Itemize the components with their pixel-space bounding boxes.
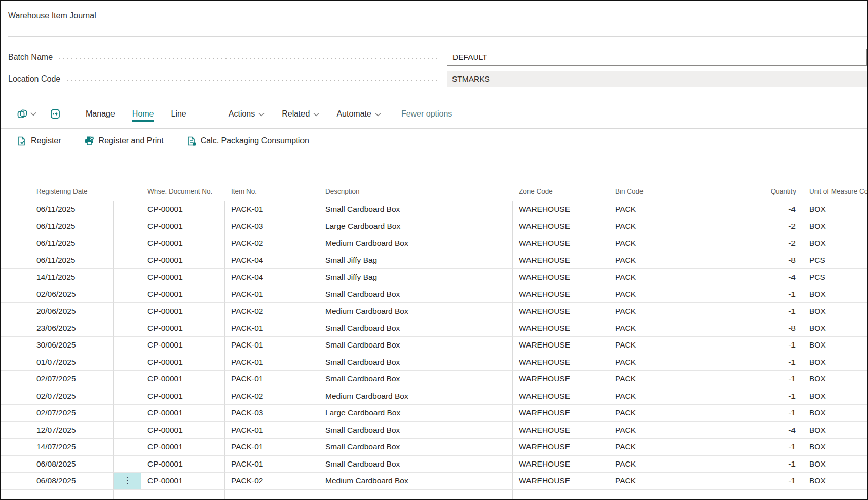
col-header-item_no[interactable]: Item No.	[225, 182, 319, 201]
cell-zone_code[interactable]: WAREHOUSE	[513, 422, 609, 439]
cell-marker[interactable]	[114, 354, 141, 371]
cell-description[interactable]: Medium Cardboard Box	[319, 303, 513, 320]
cell-marker[interactable]	[114, 269, 141, 286]
cell-whse_document_no[interactable]: CP-00001	[141, 473, 225, 490]
cell-quantity[interactable]: -4	[704, 269, 803, 286]
cell-zone_code[interactable]: WAREHOUSE	[513, 473, 609, 490]
cell-bin_code[interactable]: PACK	[609, 439, 704, 456]
cell-zone_code[interactable]: WAREHOUSE	[513, 286, 609, 303]
cell-bin_code[interactable]: PACK	[609, 218, 704, 236]
cell-whse_document_no[interactable]: CP-00001	[141, 218, 225, 236]
share-button[interactable]	[50, 108, 61, 120]
cell-whse_document_no[interactable]: CP-00001	[141, 320, 225, 337]
cell-description[interactable]: Small Jiffy Bag	[319, 269, 513, 286]
cell-item_no[interactable]: PACK-02	[225, 473, 319, 490]
cell-unit_of_measure[interactable]: BOX	[803, 303, 868, 320]
cell-marker[interactable]	[114, 405, 141, 422]
cell-description[interactable]: Small Cardboard Box	[319, 456, 513, 473]
cell-unit_of_measure[interactable]: BOX	[803, 439, 868, 456]
cell-whse_document_no[interactable]: CP-00001	[141, 371, 225, 388]
cell-unit_of_measure[interactable]: BOX	[803, 405, 868, 422]
cell-zone_code[interactable]: WAREHOUSE	[513, 439, 609, 456]
cell-whse_document_no[interactable]: CP-00001	[141, 388, 225, 405]
cell-zone_code[interactable]: WAREHOUSE	[513, 388, 609, 405]
cell-registering_date[interactable]: 02/06/2025	[30, 286, 114, 303]
cell-zone_code[interactable]: WAREHOUSE	[513, 354, 609, 371]
cell-registering_date[interactable]: 06/08/2025	[30, 473, 114, 490]
cell-unit_of_measure[interactable]: PCS	[803, 252, 868, 270]
cell-description[interactable]: Small Cardboard Box	[319, 439, 513, 456]
cell-item_no[interactable]: PACK-02	[225, 303, 319, 320]
tab-home[interactable]: Home	[132, 109, 154, 122]
cell-item_no[interactable]: PACK-01	[225, 354, 319, 371]
cell-whse_document_no[interactable]: CP-00001	[141, 405, 225, 422]
cell-registering_date[interactable]: 02/07/2025	[30, 388, 114, 405]
menu-automate[interactable]: Automate	[336, 109, 381, 119]
cell-item_no[interactable]: PACK-03	[225, 218, 319, 236]
cell-marker[interactable]	[114, 456, 141, 473]
cell-item_no[interactable]: PACK-01	[225, 456, 319, 473]
cell-zone_code[interactable]: WAREHOUSE	[513, 456, 609, 473]
cell-whse_document_no[interactable]: CP-00001	[141, 252, 225, 270]
cell-registering_date[interactable]: 02/07/2025	[30, 371, 114, 388]
cell-quantity[interactable]: -1	[704, 456, 803, 473]
cell-whse_document_no[interactable]: CP-00001	[141, 269, 225, 286]
cell-quantity[interactable]: -4	[704, 201, 803, 218]
cell-marker[interactable]	[114, 337, 141, 354]
cell-unit_of_measure[interactable]: BOX	[803, 235, 868, 252]
menu-manage[interactable]: Manage	[86, 109, 115, 119]
cell-whse_document_no[interactable]: CP-00001	[141, 235, 225, 252]
register-button[interactable]: Register	[16, 136, 61, 146]
cell-registering_date[interactable]: 06/11/2025	[30, 218, 114, 236]
cell-marker[interactable]	[114, 320, 141, 337]
cell-whse_document_no[interactable]: CP-00001	[141, 337, 225, 354]
cell-registering_date[interactable]: 23/06/2025	[30, 320, 114, 337]
cell-bin_code[interactable]: PACK	[609, 354, 704, 371]
empty-cell[interactable]	[609, 490, 704, 499]
cell-unit_of_measure[interactable]: BOX	[803, 371, 868, 388]
cell-marker[interactable]	[114, 201, 141, 218]
cell-marker[interactable]	[114, 218, 141, 236]
cell-zone_code[interactable]: WAREHOUSE	[513, 201, 609, 218]
cell-description[interactable]: Medium Cardboard Box	[319, 235, 513, 252]
cell-quantity[interactable]: -1	[704, 473, 803, 490]
cell-marker[interactable]	[114, 252, 141, 270]
cell-whse_document_no[interactable]: CP-00001	[141, 354, 225, 371]
cell-bin_code[interactable]: PACK	[609, 303, 704, 320]
cell-item_no[interactable]: PACK-03	[225, 405, 319, 422]
cell-bin_code[interactable]: PACK	[609, 320, 704, 337]
location-code-field[interactable]: STMARKS	[447, 71, 867, 87]
register-and-print-button[interactable]: Register and Print	[84, 135, 164, 146]
cell-bin_code[interactable]: PACK	[609, 252, 704, 270]
col-header-quantity[interactable]: Quantity	[704, 182, 803, 201]
cell-description[interactable]: Small Cardboard Box	[319, 422, 513, 439]
col-header-zone_code[interactable]: Zone Code	[513, 182, 609, 201]
col-header-description[interactable]: Description	[319, 182, 513, 201]
cell-zone_code[interactable]: WAREHOUSE	[513, 371, 609, 388]
cell-quantity[interactable]: -2	[704, 218, 803, 236]
cell-description[interactable]: Small Jiffy Bag	[319, 252, 513, 270]
cell-bin_code[interactable]: PACK	[609, 473, 704, 490]
row-options-marker[interactable]: ⋮	[114, 473, 141, 490]
cell-description[interactable]: Small Cardboard Box	[319, 320, 513, 337]
cell-whse_document_no[interactable]: CP-00001	[141, 286, 225, 303]
analyze-button[interactable]	[16, 108, 36, 120]
cell-quantity[interactable]: -1	[704, 354, 803, 371]
empty-cell[interactable]	[319, 490, 513, 499]
cell-bin_code[interactable]: PACK	[609, 235, 704, 252]
cell-bin_code[interactable]: PACK	[609, 269, 704, 286]
cell-item_no[interactable]: PACK-02	[225, 388, 319, 405]
cell-marker[interactable]	[114, 371, 141, 388]
cell-quantity[interactable]: -1	[704, 286, 803, 303]
cell-quantity[interactable]: -1	[704, 337, 803, 354]
cell-item_no[interactable]: PACK-04	[225, 269, 319, 286]
col-header-whse_document_no[interactable]: Whse. Document No.	[141, 182, 225, 201]
cell-whse_document_no[interactable]: CP-00001	[141, 439, 225, 456]
cell-whse_document_no[interactable]: CP-00001	[141, 303, 225, 320]
cell-description[interactable]: Small Cardboard Box	[319, 371, 513, 388]
cell-whse_document_no[interactable]: CP-00001	[141, 422, 225, 439]
cell-quantity[interactable]: -4	[704, 422, 803, 439]
calc-packaging-consumption-button[interactable]: Calc. Packaging Consumption	[186, 136, 309, 146]
cell-unit_of_measure[interactable]: BOX	[803, 337, 868, 354]
cell-bin_code[interactable]: PACK	[609, 201, 704, 218]
